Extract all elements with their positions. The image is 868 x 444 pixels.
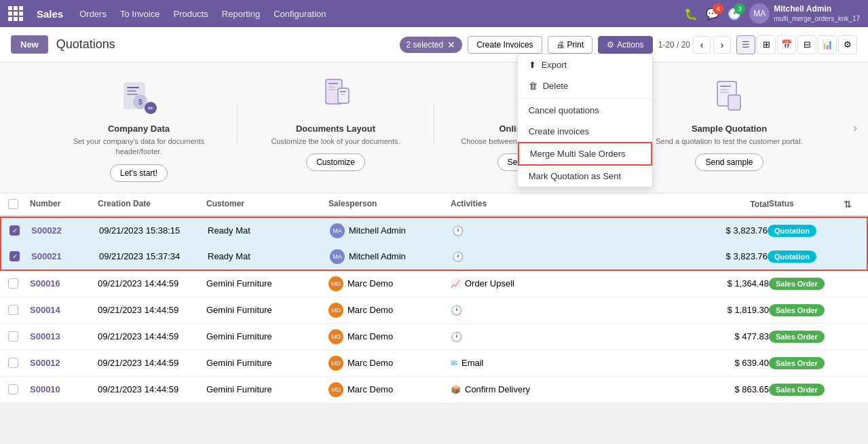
row-number-S00016[interactable]: S00016 <box>30 278 98 289</box>
merge-multi-sale-orders-action[interactable]: Merge Multi Sale Orders <box>518 142 652 166</box>
row-checkbox-S00010[interactable] <box>8 384 30 394</box>
row-activities-S00016: 📈 Order Upsell <box>451 278 701 289</box>
table-row[interactable]: S00013 09/21/2023 14:44:59 Gemini Furnit… <box>0 324 868 350</box>
svg-rect-1 <box>127 87 139 88</box>
documents-layout-button[interactable]: Customize <box>306 153 365 171</box>
table-row[interactable]: S00010 09/21/2023 14:44:59 Gemini Furnit… <box>0 377 868 403</box>
delete-action[interactable]: 🗑 Delete <box>518 75 652 96</box>
documents-layout-icon <box>316 76 356 117</box>
table-row[interactable]: S00016 09/21/2023 14:44:59 Gemini Furnit… <box>0 271 868 297</box>
nav-orders[interactable]: Orders <box>79 9 107 19</box>
list-view-button[interactable]: ☰ <box>736 35 755 54</box>
toolbar: New Quotations 2 selected ✕ Create Invoi… <box>0 27 868 62</box>
row-checkbox-S00013[interactable] <box>8 331 30 341</box>
row-checkbox-S00021[interactable]: ✓ <box>10 251 31 261</box>
table-row[interactable]: S00012 09/21/2023 14:44:59 Gemini Furnit… <box>0 350 868 377</box>
table-row[interactable]: ✓ S00021 09/21/2023 15:37:34 Ready Mat M… <box>0 244 868 271</box>
pagination-text: 1-20 / 20 <box>658 40 690 50</box>
bug-icon-button[interactable]: 🐛 <box>684 7 698 20</box>
svg-rect-8 <box>328 86 335 88</box>
mark-quotation-sent-action[interactable]: Mark Quotation as Sent <box>518 166 652 187</box>
print-label: Print <box>567 40 584 50</box>
next-page-button[interactable]: › <box>713 36 731 54</box>
grid-view-button[interactable]: ⊟ <box>797 35 816 54</box>
row-status-S00021: Quotation <box>768 251 842 261</box>
create-invoices-button[interactable]: Create Invoices <box>468 36 542 54</box>
col-number: Number <box>30 199 98 210</box>
row-status-S00013: Sales Order <box>769 331 844 341</box>
actions-button[interactable]: ⚙ Actions <box>598 36 652 54</box>
nav-right: 🐛 💬 4 🕐 3 MA Mitchell Admin multi_merge_… <box>684 3 860 24</box>
row-number-S00022[interactable]: S00022 <box>31 225 99 236</box>
table-row[interactable]: S00014 09/21/2023 14:44:59 Gemini Furnit… <box>0 297 868 324</box>
row-activities-S00021: 🕐 <box>452 251 700 262</box>
clear-selection-button[interactable]: ✕ <box>447 39 455 50</box>
svg-rect-10 <box>338 88 349 103</box>
trash-icon: 🗑 <box>529 81 537 91</box>
row-status-S00022: Quotation <box>768 225 842 236</box>
brand-label[interactable]: Sales <box>37 8 63 20</box>
row-number-S00013[interactable]: S00013 <box>30 331 98 341</box>
nav-reporting[interactable]: Reporting <box>222 9 260 19</box>
apps-menu-icon[interactable] <box>8 6 23 21</box>
select-all-checkbox[interactable] <box>8 199 30 210</box>
row-number-S00021[interactable]: S00021 <box>31 251 99 261</box>
row-checkbox-S00022[interactable]: ✓ <box>10 225 31 236</box>
row-checkbox-S00016[interactable] <box>8 278 30 289</box>
svg-rect-12 <box>340 94 345 95</box>
nav-products[interactable]: Products <box>173 9 208 19</box>
prev-page-button[interactable]: ‹ <box>693 36 711 54</box>
row-customer-S00016: Gemini Furniture <box>206 278 328 289</box>
table-row[interactable]: ✓ S00022 09/21/2023 15:38:15 Ready Mat M… <box>0 217 868 244</box>
row-status-S00012: Sales Order <box>769 358 844 368</box>
print-button[interactable]: 🖨 Print <box>548 36 593 54</box>
row-number-S00012[interactable]: S00012 <box>30 358 98 368</box>
documents-layout-title: Documents Layout <box>251 124 421 134</box>
row-number-S00014[interactable]: S00014 <box>30 305 98 315</box>
col-sort[interactable]: ⇅ <box>844 199 860 210</box>
menu-divider <box>518 98 652 98</box>
kanban-view-button[interactable]: ⊞ <box>757 35 776 54</box>
row-number-S00010[interactable]: S00010 <box>30 384 98 394</box>
gear-icon: ⚙ <box>607 40 614 50</box>
sample-quotation-desc: Send a quotation to test the customer po… <box>645 136 814 147</box>
calendar-view-button[interactable]: 📅 <box>777 35 796 54</box>
actions-dropdown: ⬆ Export 🗑 Delete Cancel quotations Crea… <box>517 54 653 187</box>
export-action[interactable]: ⬆ Export <box>518 54 652 75</box>
onboarding-step-documents-layout: Documents Layout Customize the look of y… <box>238 76 434 182</box>
row-date-S00022: 09/21/2023 15:38:15 <box>99 225 208 236</box>
sample-quotation-title: Sample Quotation <box>645 124 814 134</box>
toolbar-right: 2 selected ✕ Create Invoices 🖨 Print ⚙ A… <box>400 35 858 54</box>
row-checkbox-S00012[interactable] <box>8 358 30 368</box>
settings-view-button[interactable]: ⚙ <box>838 35 857 54</box>
create-invoices-label: Create Invoices <box>476 40 533 50</box>
messages-icon-button[interactable]: 💬 4 <box>706 7 719 20</box>
row-total-S00010: $ 863.65 <box>701 384 769 394</box>
company-data-button[interactable]: Let's start! <box>110 164 168 182</box>
onboarding-toggle[interactable]: › <box>853 120 857 134</box>
mark-sent-label: Mark Quotation as Sent <box>529 171 622 181</box>
svg-rect-22 <box>728 95 740 110</box>
chart-view-button[interactable]: 📊 <box>818 35 837 54</box>
clock-icon-button[interactable]: 🕐 3 <box>728 7 741 20</box>
user-info[interactable]: MA Mitchell Admin multi_merge_orders_knk… <box>749 3 860 24</box>
row-activities-S00014: 🕐 <box>451 305 701 316</box>
clock-icon: 🕐 <box>451 331 462 342</box>
create-invoices-action[interactable]: Create invoices <box>518 121 652 142</box>
sample-quotation-button[interactable]: Send sample <box>695 153 763 171</box>
col-customer: Customer <box>206 199 328 210</box>
col-status: Status <box>769 199 844 210</box>
row-checkbox-S00014[interactable] <box>8 305 30 315</box>
nav-to-invoice[interactable]: To Invoice <box>120 9 160 19</box>
row-status-S00016: Sales Order <box>769 278 844 289</box>
user-name: Mitchell Admin <box>774 4 860 15</box>
create-invoices-action-label: Create invoices <box>529 126 590 136</box>
svg-rect-19 <box>720 86 731 87</box>
cancel-quotations-action[interactable]: Cancel quotations <box>518 100 652 121</box>
view-buttons: ☰ ⊞ 📅 ⊟ 📊 ⚙ <box>736 35 857 54</box>
nav-configuration[interactable]: Configuration <box>273 9 326 19</box>
salesperson-avatar: MD <box>328 356 343 371</box>
merge-label: Merge Multi Sale Orders <box>530 149 626 159</box>
new-button[interactable]: New <box>11 35 48 54</box>
salesperson-avatar: MA <box>330 223 345 238</box>
